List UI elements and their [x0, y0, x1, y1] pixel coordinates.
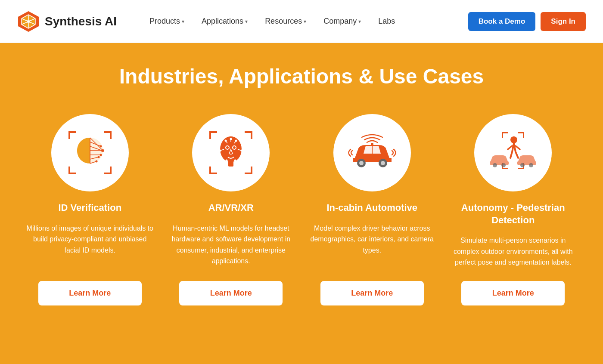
svg-point-53	[225, 140, 227, 142]
nav-buttons: Book a Demo Sign In	[468, 12, 586, 31]
card-icon-in-cabin-automotive	[333, 114, 411, 191]
logo-text: Synthesis AI	[45, 15, 117, 28]
svg-rect-68	[502, 132, 503, 138]
card-ar-vr-xr: AR/VR/XR Human-centric ML models for hea…	[167, 114, 295, 305]
svg-rect-70	[523, 132, 524, 138]
svg-rect-60	[228, 161, 233, 167]
chevron-down-icon: ▾	[304, 19, 306, 25]
sign-in-button[interactable]: Sign In	[541, 12, 586, 31]
svg-rect-36	[209, 131, 211, 139]
svg-rect-13	[68, 131, 70, 139]
svg-point-57	[241, 150, 243, 152]
svg-rect-40	[209, 167, 211, 174]
logo-link[interactable]: Synthesis AI	[17, 10, 117, 33]
id-verification-icon	[64, 127, 116, 179]
svg-point-77	[493, 163, 497, 167]
hero-section: Industries, Applications & Use Cases	[0, 43, 603, 364]
card-desc-id-verification: Millions of images of unique individuals…	[26, 223, 154, 268]
svg-point-33	[97, 156, 99, 158]
cards-grid: ID Verification Millions of images of un…	[26, 114, 577, 305]
svg-point-58	[226, 160, 228, 162]
card-title-id-verification: ID Verification	[58, 202, 121, 214]
pedestrian-detection-icon	[487, 127, 539, 179]
svg-rect-15	[110, 131, 112, 139]
svg-point-75	[510, 136, 517, 143]
card-title-ar-vr-xr: AR/VR/XR	[208, 202, 254, 214]
nav-item-applications[interactable]: Applications ▾	[195, 13, 255, 29]
nav-item-labs[interactable]: Labs	[371, 13, 402, 29]
hero-title: Industries, Applications & Use Cases	[26, 65, 577, 88]
svg-rect-19	[110, 167, 112, 174]
svg-point-64	[381, 161, 385, 165]
svg-point-78	[501, 163, 506, 167]
svg-point-66	[371, 143, 373, 145]
chevron-down-icon: ▾	[358, 19, 361, 25]
svg-point-54	[230, 138, 232, 140]
svg-point-56	[219, 150, 221, 152]
svg-point-62	[359, 161, 364, 165]
in-cabin-automotive-icon	[346, 127, 398, 179]
card-desc-in-cabin-automotive: Model complex driver behavior across dem…	[308, 223, 436, 268]
svg-point-31	[101, 150, 103, 152]
nav-item-company[interactable]: Company ▾	[317, 13, 368, 29]
svg-point-32	[99, 154, 102, 156]
svg-rect-76	[490, 161, 509, 165]
svg-rect-79	[517, 161, 536, 165]
card-icon-ar-vr-xr	[192, 114, 270, 191]
card-icon-pedestrian-detection	[474, 114, 552, 191]
learn-more-in-cabin-automotive[interactable]: Learn More	[320, 281, 424, 305]
navbar: Synthesis AI Products ▾ Applications ▾ R…	[0, 0, 603, 43]
nav-links: Products ▾ Applications ▾ Resources ▾ Co…	[143, 13, 468, 29]
card-pedestrian-detection: Autonomy - Pedestrian Detection Simulate…	[449, 114, 578, 305]
svg-point-55	[235, 140, 237, 142]
card-title-pedestrian-detection: Autonomy - Pedestrian Detection	[449, 202, 578, 226]
svg-point-11	[27, 20, 30, 23]
chevron-down-icon: ▾	[245, 19, 248, 25]
learn-more-ar-vr-xr[interactable]: Learn More	[179, 281, 283, 305]
card-in-cabin-automotive: In-cabin Automotive Model complex driver…	[308, 114, 436, 305]
card-icon-id-verification	[51, 114, 129, 191]
svg-point-30	[99, 145, 102, 148]
svg-point-34	[95, 160, 97, 163]
svg-rect-38	[251, 131, 252, 139]
svg-point-81	[529, 163, 533, 167]
learn-more-id-verification[interactable]: Learn More	[38, 281, 142, 305]
logo-icon	[17, 10, 40, 33]
learn-more-pedestrian-detection[interactable]: Learn More	[461, 281, 565, 305]
card-id-verification: ID Verification Millions of images of un…	[26, 114, 154, 305]
card-desc-pedestrian-detection: Simulate multi-person scenarios in compl…	[449, 235, 578, 268]
svg-point-80	[520, 163, 525, 167]
book-demo-button[interactable]: Book a Demo	[468, 12, 536, 31]
chevron-down-icon: ▾	[182, 19, 184, 25]
nav-item-products[interactable]: Products ▾	[143, 13, 191, 29]
card-desc-ar-vr-xr: Human-centric ML models for headset hard…	[167, 223, 295, 268]
svg-point-59	[234, 160, 236, 162]
svg-rect-17	[68, 167, 70, 174]
svg-rect-42	[251, 167, 252, 174]
nav-item-resources[interactable]: Resources ▾	[258, 13, 313, 29]
card-title-in-cabin-automotive: In-cabin Automotive	[326, 202, 417, 214]
ar-vr-xr-icon	[205, 127, 257, 179]
